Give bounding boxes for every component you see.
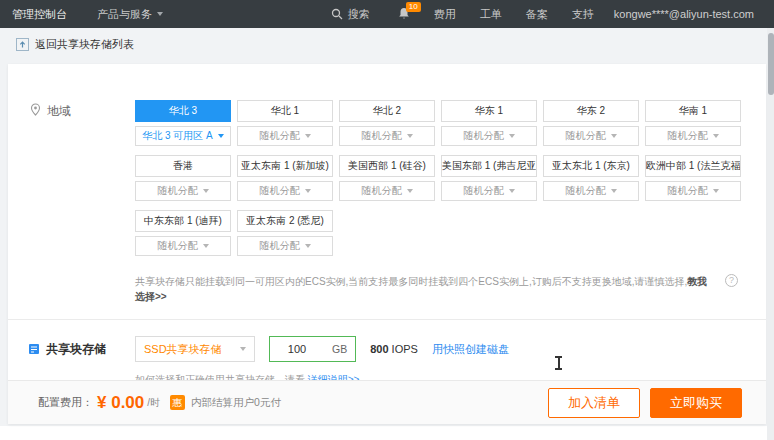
- topnav-menu: 费用工单备案支持: [434, 7, 594, 22]
- zone-select[interactable]: 随机分配: [645, 126, 741, 146]
- zone-select[interactable]: 随机分配: [237, 236, 333, 256]
- chevron-down-icon: [305, 244, 311, 248]
- chevron-down-icon: [407, 134, 413, 138]
- zone-select-value: 华北 3 可用区 A: [142, 129, 213, 143]
- iops-info: 800 IOPS: [370, 343, 418, 355]
- fee-label: 配置费用：: [38, 395, 93, 410]
- zone-select-value: 随机分配: [260, 239, 300, 253]
- zone-select-value: 随机分配: [158, 239, 198, 253]
- disk-icon: [28, 343, 40, 355]
- create-from-snapshot-link[interactable]: 用快照创建磁盘: [432, 342, 509, 357]
- region-option: 华南 1 随机分配: [645, 100, 741, 146]
- zone-select[interactable]: 随机分配: [237, 181, 333, 201]
- topnav-item[interactable]: 备案: [526, 7, 548, 22]
- search-icon: [331, 8, 343, 20]
- iops-value: 800: [370, 343, 388, 355]
- checkout-footer: 配置费用： ¥ 0.00 /时 惠 内部结算用户0元付 加入清单 立即购买: [8, 380, 766, 424]
- storage-label: 共享块存储: [46, 341, 106, 358]
- chevron-down-icon: [218, 134, 224, 138]
- region-button[interactable]: 欧洲中部 1 (法兰克福): [645, 155, 741, 177]
- zone-select[interactable]: 随机分配: [237, 126, 333, 146]
- region-button[interactable]: 亚太东南 1 (新加坡): [237, 155, 333, 177]
- region-button[interactable]: 华南 1: [645, 100, 741, 122]
- footer-buttons: 加入清单 立即购买: [548, 388, 742, 418]
- zone-select-value: 随机分配: [260, 129, 300, 143]
- region-button[interactable]: 华东 2: [543, 100, 639, 122]
- region-note-row: 共享块存储只能挂载到同一可用区内的ECS实例,当前支持最多同时挂载到四个ECS实…: [135, 274, 738, 304]
- search-button[interactable]: 搜索: [331, 7, 370, 22]
- location-pin-icon: [30, 103, 41, 116]
- zone-select[interactable]: 随机分配: [645, 181, 741, 201]
- region-label: 地域: [47, 103, 71, 120]
- iops-unit: IOPS: [392, 343, 418, 355]
- region-button[interactable]: 华北 3: [135, 100, 231, 122]
- zone-select-value: 随机分配: [566, 129, 606, 143]
- zone-select-value: 随机分配: [158, 184, 198, 198]
- storage-size-input[interactable]: [270, 337, 324, 361]
- notifications-button[interactable]: 10: [398, 7, 410, 22]
- zone-select[interactable]: 随机分配: [543, 181, 639, 201]
- region-button[interactable]: 香港: [135, 155, 231, 177]
- buy-now-button[interactable]: 立即购买: [650, 388, 742, 418]
- region-option: 华北 2 随机分配: [339, 100, 435, 146]
- chevron-down-icon: [713, 134, 719, 138]
- vertical-scrollbar[interactable]: [767, 28, 774, 440]
- chevron-down-icon: [611, 134, 617, 138]
- chevron-down-icon: [713, 189, 719, 193]
- storage-size-box: GB: [269, 336, 356, 362]
- account-menu[interactable]: kongwe****@aliyun-test.com: [614, 8, 754, 20]
- region-button[interactable]: 美国西部 1 (硅谷): [339, 155, 435, 177]
- region-button[interactable]: 华北 2: [339, 100, 435, 122]
- add-to-cart-button[interactable]: 加入清单: [548, 388, 640, 418]
- chevron-down-icon: [305, 134, 311, 138]
- help-question-icon[interactable]: ?: [725, 274, 738, 287]
- region-button[interactable]: 亚太东南 2 (悉尼): [237, 210, 333, 232]
- chevron-down-icon: [240, 347, 246, 351]
- scrollbar-thumb[interactable]: [768, 33, 774, 95]
- region-button[interactable]: 中东东部 1 (迪拜): [135, 210, 231, 232]
- storage-controls: SSD共享块存储 GB 800 IOPS 用快照创建磁盘: [135, 336, 509, 362]
- chevron-down-icon: [157, 12, 163, 16]
- region-option: 亚太东南 1 (新加坡) 随机分配: [237, 155, 333, 201]
- products-menu[interactable]: 产品与服务: [97, 7, 163, 22]
- fee-unit: /时: [147, 396, 160, 410]
- region-option: 华北 1 随机分配: [237, 100, 333, 146]
- region-option: 亚太东北 1 (东京) 随机分配: [543, 155, 639, 201]
- zone-select[interactable]: 随机分配: [339, 181, 435, 201]
- console-home-link[interactable]: 管理控制台: [12, 7, 67, 22]
- region-button[interactable]: 美国东部 1 (弗吉尼亚): [441, 155, 537, 177]
- zone-select[interactable]: 随机分配: [135, 181, 231, 201]
- region-button[interactable]: 华东 1: [441, 100, 537, 122]
- search-label: 搜索: [348, 7, 370, 22]
- chevron-down-icon: [407, 189, 413, 193]
- zone-select[interactable]: 随机分配: [441, 126, 537, 146]
- zone-select-value: 随机分配: [362, 129, 402, 143]
- zone-select-value: 随机分配: [464, 129, 504, 143]
- chevron-down-icon: [611, 189, 617, 193]
- chevron-down-icon: [305, 189, 311, 193]
- storage-type-select[interactable]: SSD共享块存储: [135, 336, 255, 362]
- region-option: 华东 1 随机分配: [441, 100, 537, 146]
- region-grid: 华北 3 华北 3 可用区 A 华北 1 随机分配 华北 2 随机分配 华东: [135, 100, 747, 256]
- zone-select[interactable]: 随机分配: [543, 126, 639, 146]
- storage-type-value: SSD共享块存储: [144, 342, 222, 357]
- region-button[interactable]: 华北 1: [237, 100, 333, 122]
- storage-section: 共享块存储 SSD共享块存储 GB 800 IOPS 用快照创建磁盘: [8, 320, 766, 362]
- region-button[interactable]: 亚太东北 1 (东京): [543, 155, 639, 177]
- region-option: 欧洲中部 1 (法兰克福) 随机分配: [645, 155, 741, 201]
- topnav-item[interactable]: 费用: [434, 7, 456, 22]
- region-option: 华东 2 随机分配: [543, 100, 639, 146]
- chevron-down-icon: [509, 189, 515, 193]
- back-to-list-link[interactable]: 返回共享块存储列表: [16, 37, 134, 52]
- region-option: 美国东部 1 (弗吉尼亚) 随机分配: [441, 155, 537, 201]
- zone-select[interactable]: 随机分配: [135, 236, 231, 256]
- promo-text: 内部结算用户0元付: [191, 396, 281, 410]
- region-option: 亚太东南 2 (悉尼) 随机分配: [237, 210, 333, 256]
- zone-select[interactable]: 随机分配: [339, 126, 435, 146]
- zone-select[interactable]: 随机分配: [441, 181, 537, 201]
- region-option: 香港 随机分配: [135, 155, 231, 201]
- topnav-item[interactable]: 工单: [480, 7, 502, 22]
- zone-select[interactable]: 华北 3 可用区 A: [135, 126, 231, 146]
- topnav-item[interactable]: 支持: [572, 7, 594, 22]
- back-link-label: 返回共享块存储列表: [35, 37, 134, 52]
